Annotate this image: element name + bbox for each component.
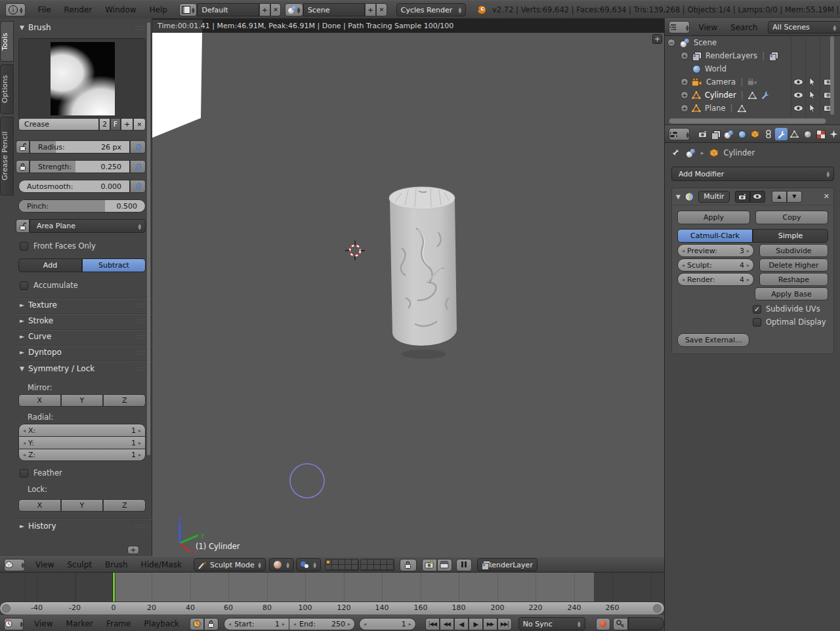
layout-name-field[interactable]: Default [197,3,259,16]
menu-marker[interactable]: Marker [60,619,100,628]
plane-object[interactable] [152,18,231,150]
pause-button[interactable] [456,559,472,571]
render-stepper[interactable]: ◂ Render: 4 ▸ [677,273,754,286]
play-reverse-button[interactable]: ◀ [454,618,469,630]
hide-toggle-eye-icon[interactable] [793,79,803,85]
tab-modifiers[interactable] [775,128,788,140]
hide-toggle-eye-icon[interactable] [793,92,803,98]
pinch-slider[interactable]: Pinch: 0.500 [18,199,146,213]
subdivide-uvs-checkbox[interactable]: ✓ [753,305,761,314]
mirror-y-button[interactable]: Y [61,394,104,407]
add-modifier-select[interactable]: Add Modifier ▲▼ [671,167,834,181]
front-faces-checkbox[interactable] [20,242,28,251]
scene-name-field[interactable]: Scene [303,3,365,16]
menu-view[interactable]: View [29,560,60,569]
outliner-row-cylinder[interactable]: + Cylinder | [681,89,770,102]
delete-higher-button[interactable]: Delete Higher [759,258,828,272]
prev-keyframe-button[interactable]: ◀◀ [440,618,454,630]
frame-start-field[interactable]: ◂ Start: 1 ▸ [224,618,289,630]
scene-add-button[interactable]: + [365,3,376,16]
brush-users-count[interactable]: 2 [99,118,110,131]
apply-button[interactable]: Apply [677,211,750,224]
render-animation-button[interactable] [437,559,452,571]
editor-type-3dview-button[interactable]: ▲▼ [4,559,25,571]
layout-add-button[interactable]: + [259,3,270,16]
keying-set-field[interactable] [628,617,664,630]
modifier-delete-button[interactable]: ✕ [824,192,830,201]
layout-delete-button[interactable]: ✕ [270,3,282,16]
modifier-name-field[interactable]: Multir [698,191,730,203]
panel-header-texture[interactable]: ► Texture :::: [20,299,146,310]
brush-fake-user-button[interactable]: F [110,118,121,131]
accumulate-checkbox[interactable] [20,281,28,290]
lock-time-button[interactable] [204,618,219,630]
radial-z-stepper[interactable]: ◂ Z: 1 ▸ [18,449,146,461]
outliner-row-renderlayers[interactable]: + RenderLayers | [681,49,778,62]
strength-slider[interactable]: Strength: 0.250 [30,160,130,173]
modifier-move-down-button[interactable]: ▼ [787,191,802,203]
layout-browse-button[interactable]: ▲▼ [179,3,198,16]
pin-icon[interactable] [671,148,680,157]
menu-render[interactable]: Render [58,5,99,14]
frame-end-field[interactable]: ◂ End: 250 ▸ [289,618,355,630]
subdivide-button[interactable]: Subdivide [759,244,828,257]
editor-type-properties-button[interactable]: ▲▼ [669,128,690,140]
strength-pressure-button[interactable] [130,160,146,173]
next-keyframe-button[interactable]: ▶▶ [483,618,497,630]
hide-toggle-eye-icon[interactable] [793,105,803,112]
lock-x-button[interactable]: X [18,499,61,512]
sync-mode-select[interactable]: No Sync ▲▼ [518,617,585,630]
expand-icon[interactable]: + [681,52,688,60]
tab-world[interactable] [736,128,748,140]
strength-lock-button[interactable] [16,160,30,173]
scene-browse-button[interactable]: ▲▼ [285,3,303,16]
preview-range-button[interactable] [190,618,204,630]
menu-view[interactable]: View [28,619,59,628]
lock-y-button[interactable]: Y [61,499,104,512]
scene-delete-button[interactable]: ✕ [376,3,387,16]
breadcrumb-object-name[interactable]: Cylinder [724,148,755,157]
panel-header-history[interactable]: ► History :::: [20,520,146,531]
timeline-playhead[interactable] [113,573,115,601]
tab-render[interactable] [696,128,709,140]
tab-particles[interactable] [828,128,840,140]
editor-type-outliner-button[interactable]: ▲▼ [669,21,690,33]
modifier-visibility-toggle[interactable] [750,191,765,203]
scene-icon[interactable] [686,149,696,157]
menu-brush[interactable]: Brush [98,560,135,569]
modifier-render-toggle[interactable] [735,191,750,203]
tab-grease-pencil[interactable]: Grease Pencil [0,117,14,195]
region-expand-button[interactable]: + [652,34,662,44]
subtract-button[interactable]: Subtract [82,258,146,272]
sculpt-stepper[interactable]: ◂ Sculpt: 4 ▸ [677,258,754,272]
scrollbar-left-cap[interactable] [2,604,10,613]
preview-stepper[interactable]: ◂ Preview: 3 ▸ [677,244,754,257]
brush-name-field[interactable]: Crease [18,118,99,131]
feather-checkbox[interactable] [20,469,28,478]
outliner-row-camera[interactable]: + Camera | [681,75,757,89]
tab-texture[interactable] [814,128,827,140]
tab-object[interactable] [749,128,761,140]
mirror-z-button[interactable]: Z [103,394,146,407]
jump-to-start-button[interactable]: |◀◀ [425,618,440,630]
simple-button[interactable]: Simple [753,229,828,243]
tab-options[interactable]: Options [0,64,14,114]
jump-to-end-button[interactable]: ▶▶| [497,618,512,630]
collapse-icon[interactable]: − [667,39,675,47]
radius-unlock-button[interactable] [16,140,30,153]
brush-unlink-button[interactable]: ✕ [133,118,146,131]
menu-frame[interactable]: Frame [100,619,137,628]
catmull-clark-button[interactable]: Catmull-Clark [677,229,753,243]
tab-render-layers[interactable] [709,128,722,140]
tab-constraints[interactable] [762,128,774,140]
mode-select[interactable]: Sculpt Mode ▲▼ [194,558,266,571]
layers-grid-2[interactable] [360,559,394,571]
outliner-row-scene[interactable]: − Scene [667,36,717,49]
timeline[interactable]: -40 -20 0 20 40 60 80 100 120 140 160 18… [0,572,664,615]
selectable-toggle-cursor-icon[interactable] [809,77,816,86]
reshape-button[interactable]: Reshape [759,273,828,286]
lock-to-scene-button[interactable] [400,559,417,571]
menu-hidemask[interactable]: Hide/Mask [135,560,188,569]
selectable-toggle-cursor-icon[interactable] [809,104,816,112]
panel-header-brush[interactable]: ▼ Brush :::: [20,22,146,33]
